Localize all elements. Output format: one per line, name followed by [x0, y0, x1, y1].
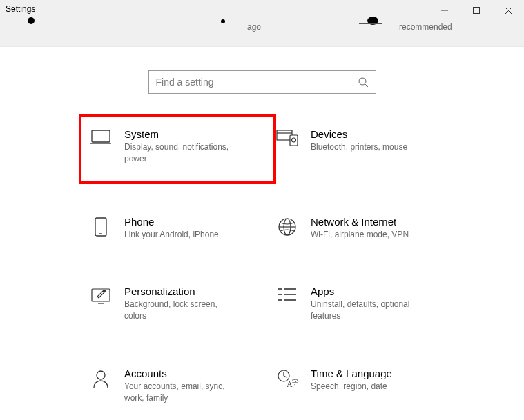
- tile-network[interactable]: Network & Internet Wi-Fi, airplane mode,…: [271, 212, 457, 245]
- time-language-icon: A 字: [273, 368, 301, 388]
- search-input[interactable]: [156, 71, 358, 93]
- svg-rect-12: [290, 135, 298, 146]
- close-button[interactable]: [492, 0, 524, 21]
- tile-subtitle: Display, sound, notifications, power: [124, 141, 240, 165]
- svg-rect-14: [95, 218, 106, 236]
- svg-line-7: [365, 84, 368, 87]
- accounts-icon: [87, 368, 115, 388]
- tile-subtitle: Background, lock screen, colors: [124, 299, 240, 322]
- tile-title: Apps: [311, 286, 427, 297]
- minimize-button[interactable]: [429, 0, 460, 21]
- tile-subtitle: Speech, region, date: [311, 381, 392, 392]
- tile-title: System: [124, 128, 240, 140]
- svg-rect-8: [92, 130, 110, 142]
- svg-rect-5: [359, 23, 382, 24]
- svg-rect-1: [474, 8, 480, 14]
- settings-grid: System Display, sound, notifications, po…: [0, 124, 524, 408]
- devices-icon: [273, 128, 301, 146]
- tile-title: Phone: [124, 216, 219, 228]
- header-extras: ago recommended: [0, 21, 524, 30]
- tile-phone[interactable]: Phone Link your Android, iPhone: [84, 212, 271, 245]
- maximize-icon: [473, 7, 480, 14]
- tile-subtitle: Link your Android, iPhone: [124, 229, 219, 241]
- svg-text:字: 字: [292, 379, 298, 386]
- tile-title: Personalization: [124, 286, 240, 297]
- tile-subtitle: Uninstall, defaults, optional features: [311, 299, 427, 322]
- tile-subtitle: Wi-Fi, airplane mode, VPN: [311, 229, 409, 241]
- search-wrap: [0, 70, 524, 94]
- search-box[interactable]: [148, 70, 376, 94]
- window-controls: [429, 0, 524, 21]
- toggle-icon: [359, 17, 382, 29]
- maximize-button[interactable]: [460, 0, 492, 21]
- tile-time-language[interactable]: A 字 Time & Language Speech, region, date: [271, 363, 457, 408]
- svg-point-6: [359, 78, 366, 85]
- header-extra-middle: ago: [247, 22, 261, 32]
- svg-rect-19: [92, 289, 110, 301]
- tile-title: Accounts: [124, 368, 240, 379]
- tile-devices[interactable]: Devices Bluetooth, printers, mouse: [271, 124, 457, 174]
- window-title: Settings: [6, 4, 35, 14]
- system-icon: [87, 128, 115, 145]
- svg-point-21: [104, 290, 106, 292]
- network-icon: [273, 216, 301, 237]
- personalization-icon: [87, 286, 115, 305]
- tile-personalization[interactable]: Personalization Background, lock screen,…: [84, 281, 271, 326]
- tile-accounts[interactable]: Accounts Your accounts, email, sync, wor…: [84, 363, 271, 408]
- tile-title: Devices: [311, 128, 407, 140]
- search-icon: [358, 77, 369, 88]
- header-extra-right: recommended: [399, 22, 452, 32]
- apps-icon: [273, 286, 301, 302]
- svg-line-31: [284, 376, 287, 377]
- tile-title: Network & Internet: [311, 216, 409, 228]
- phone-icon: [87, 216, 115, 237]
- tile-subtitle: Bluetooth, printers, mouse: [311, 141, 407, 153]
- svg-point-28: [97, 371, 105, 379]
- minimize-icon: [441, 7, 448, 14]
- tile-title: Time & Language: [311, 368, 392, 379]
- title-bar: Settings ago recommended: [0, 0, 524, 47]
- close-icon: [505, 7, 512, 14]
- tile-apps[interactable]: Apps Uninstall, defaults, optional featu…: [271, 281, 457, 326]
- tile-subtitle: Your accounts, email, sync, work, family: [124, 381, 240, 404]
- tile-system[interactable]: System Display, sound, notifications, po…: [79, 114, 276, 184]
